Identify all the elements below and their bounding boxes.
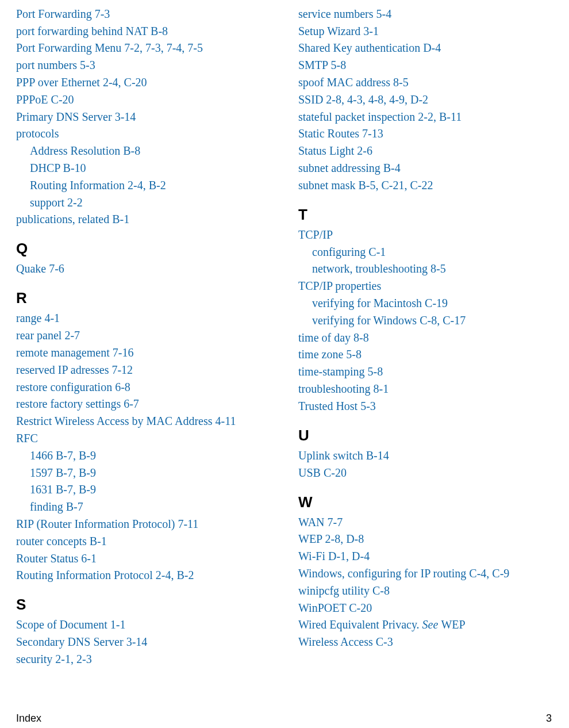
index-pages: B-8 <box>123 144 140 157</box>
index-entry[interactable]: service numbers 5-4 <box>298 6 552 22</box>
index-pages: 2-4, B-2 <box>128 179 166 191</box>
index-entry[interactable]: Static Routes 7-13 <box>298 126 552 141</box>
index-subentry[interactable]: configuring C-1 <box>312 244 552 260</box>
index-subentry[interactable]: support 2-2 <box>30 195 270 210</box>
index-entry[interactable]: restore factory settings 6-7 <box>16 396 270 412</box>
index-pages: 1-1 <box>110 618 126 631</box>
index-entry[interactable]: spoof MAC address 8-5 <box>298 75 552 90</box>
index-entry[interactable]: subnet mask B-5, C-21, C-22 <box>298 178 552 193</box>
index-pages: B-7, B-9 <box>56 466 96 479</box>
index-term: stateful packet inspection <box>298 110 415 123</box>
index-entry[interactable]: range 4-1 <box>16 311 270 326</box>
index-entry[interactable]: Primary DNS Server 3-14 <box>16 109 270 125</box>
index-entry[interactable]: Routing Information Protocol 2-4, B-2 <box>16 568 270 583</box>
index-entry[interactable]: port forwarding behind NAT B-8 <box>16 24 270 39</box>
index-pages: 7-12 <box>112 363 133 376</box>
index-term: spoof MAC address <box>298 76 390 89</box>
index-entry[interactable]: SMTP 5-8 <box>298 58 552 73</box>
index-entry[interactable]: Router Status 6-1 <box>16 551 270 566</box>
index-term: subnet addressing <box>298 162 380 174</box>
index-term: Trusted Host <box>298 400 357 412</box>
index-entry[interactable]: Wired Equivalent Privacy. See WEP <box>298 617 552 633</box>
index-term: Static Routes <box>298 127 359 140</box>
section-letter: T <box>298 206 552 224</box>
index-pages: C-20 <box>51 93 74 106</box>
index-entry[interactable]: Windows, configuring for IP routing C-4,… <box>298 566 552 581</box>
index-entry[interactable]: PPP over Ethernet 2-4, C-20 <box>16 75 270 90</box>
index-entry[interactable]: Secondary DNS Server 3-14 <box>16 634 270 650</box>
index-subentry[interactable]: network, troubleshooting 8-5 <box>312 261 552 277</box>
index-pages: 5-8 <box>331 59 347 71</box>
index-entry[interactable]: router concepts B-1 <box>16 534 270 549</box>
index-entry[interactable]: Uplink switch B-14 <box>298 448 552 463</box>
index-entry[interactable]: Quake 7-6 <box>16 261 270 277</box>
index-entry[interactable]: Port Forwarding 7-3 <box>16 6 270 22</box>
index-pages: B-1 <box>112 213 129 225</box>
index-pages: C-20 <box>324 466 347 479</box>
index-pages: 6-1 <box>81 552 97 565</box>
index-entry[interactable]: RFC <box>16 431 270 446</box>
index-entry[interactable]: publications, related B-1 <box>16 212 270 227</box>
index-pages: 8-5 <box>430 262 446 275</box>
index-entry[interactable]: protocols <box>16 126 270 141</box>
index-pages: B-5, C-21, C-22 <box>358 179 433 191</box>
index-entry[interactable]: PPPoE C-20 <box>16 92 270 108</box>
index-pages: 7-3 <box>95 7 110 20</box>
index-pages: 3-14 <box>126 635 148 648</box>
section-letter: U <box>298 427 552 445</box>
index-entry[interactable]: restore configuration 6-8 <box>16 380 270 395</box>
index-subentry[interactable]: finding B-7 <box>30 499 270 515</box>
section-letter: R <box>16 289 270 307</box>
index-entry[interactable]: winipcfg utility C-8 <box>298 583 552 599</box>
index-entry[interactable]: Trusted Host 5-3 <box>298 399 552 414</box>
index-entry[interactable]: USB C-20 <box>298 465 552 481</box>
index-subentry[interactable]: Routing Information 2-4, B-2 <box>30 178 270 193</box>
index-entry[interactable]: security 2-1, 2-3 <box>16 652 270 667</box>
index-pages: 5-4 <box>376 7 392 20</box>
index-subentry[interactable]: verifying for Macintosh C-19 <box>312 296 552 311</box>
footer-label: Index <box>16 712 41 725</box>
index-entry[interactable]: stateful packet inspection 2-2, B-11 <box>298 109 552 125</box>
index-entry[interactable]: time of day 8-8 <box>298 330 552 346</box>
index-entry[interactable]: Wi-Fi D-1, D-4 <box>298 549 552 564</box>
index-term: TCP/IP properties <box>298 279 381 292</box>
index-entry[interactable]: WinPOET C-20 <box>298 600 552 616</box>
index-entry[interactable]: Restrict Wireless Access by MAC Address … <box>16 413 270 429</box>
index-entry[interactable]: subnet addressing B-4 <box>298 160 552 176</box>
index-entry[interactable]: Status Light 2-6 <box>298 143 552 159</box>
index-entry[interactable]: TCP/IP <box>298 227 552 243</box>
index-entry[interactable]: time zone 5-8 <box>298 347 552 362</box>
index-pages: 2-8, D-8 <box>325 532 364 545</box>
index-pages: D-1, D-4 <box>328 550 370 562</box>
index-term: Wi-Fi <box>298 550 325 562</box>
index-entry[interactable]: Port Forwarding Menu 7-2, 7-3, 7-4, 7-5 <box>16 40 270 56</box>
index-term: time zone <box>298 348 343 361</box>
index-term: restore factory settings <box>16 397 121 410</box>
index-entry[interactable]: time-stamping 5-8 <box>298 364 552 380</box>
index-entry[interactable]: Scope of Document 1-1 <box>16 617 270 633</box>
index-subentry[interactable]: 1466 B-7, B-9 <box>30 448 270 463</box>
index-entry[interactable]: SSID 2-8, 4-3, 4-8, 4-9, D-2 <box>298 92 552 108</box>
index-entry[interactable]: WAN 7-7 <box>298 515 552 530</box>
index-subentry[interactable]: 1631 B-7, B-9 <box>30 482 270 497</box>
index-subentry[interactable]: DHCP B-10 <box>30 160 270 176</box>
index-entry[interactable]: WEP 2-8, D-8 <box>298 531 552 547</box>
index-entry[interactable]: RIP (Router Information Protocol) 7-11 <box>16 516 270 532</box>
index-subentry[interactable]: verifying for Windows C-8, C-17 <box>312 313 552 328</box>
index-entry[interactable]: reserved IP adresses 7-12 <box>16 362 270 378</box>
index-term: Shared Key authentication <box>298 41 420 54</box>
index-entry[interactable]: troubleshooting 8-1 <box>298 381 552 397</box>
index-entry[interactable]: port numbers 5-3 <box>16 58 270 73</box>
index-entry[interactable]: rear panel 2-7 <box>16 328 270 343</box>
index-subentry[interactable]: 1597 B-7, B-9 <box>30 465 270 481</box>
index-entry[interactable]: TCP/IP properties <box>298 278 552 294</box>
index-entry[interactable]: Wireless Access C-3 <box>298 634 552 650</box>
index-entry[interactable]: Setup Wizard 3-1 <box>298 24 552 39</box>
index-subentry[interactable]: Address Resolution B-8 <box>30 143 270 159</box>
index-entry[interactable]: remote management 7-16 <box>16 345 270 361</box>
index-term: port numbers <box>16 59 77 71</box>
index-pages: B-1 <box>90 535 107 547</box>
index-entry[interactable]: Shared Key authentication D-4 <box>298 40 552 56</box>
index-term: router concepts <box>16 535 87 547</box>
index-term: Setup Wizard <box>298 25 360 37</box>
